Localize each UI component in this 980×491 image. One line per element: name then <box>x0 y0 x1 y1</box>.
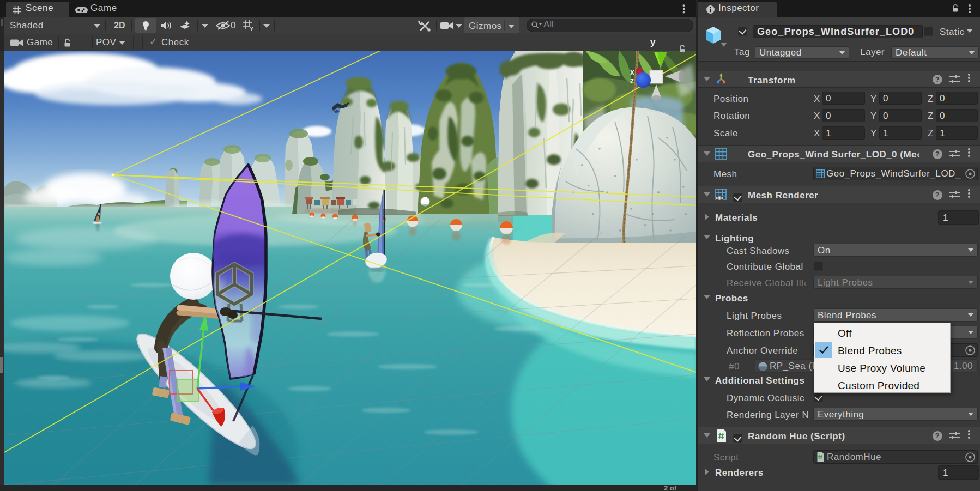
svg-text:Persp: Persp <box>646 108 668 118</box>
svg-text:Y: Y <box>250 26 254 32</box>
svg-text:x: x <box>630 68 634 76</box>
svg-text:z: z <box>630 76 634 85</box>
